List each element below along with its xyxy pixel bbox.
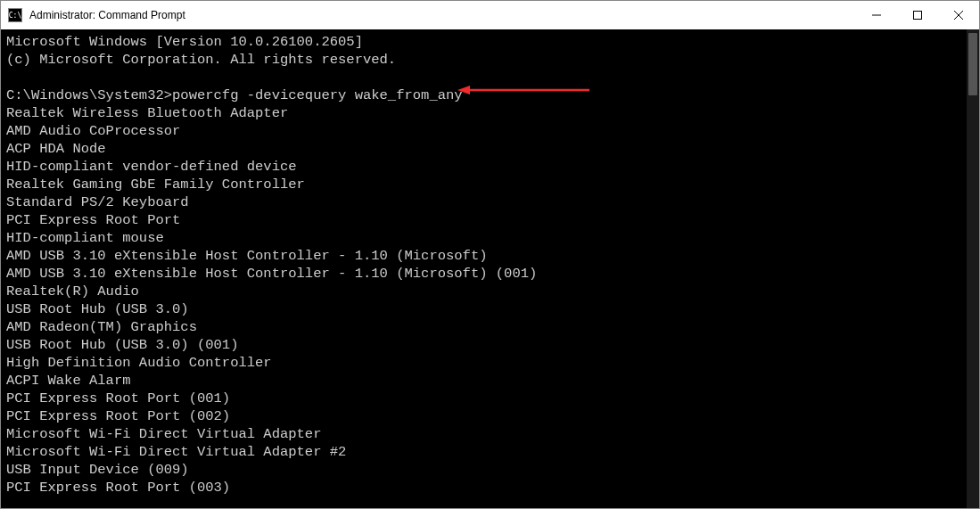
cmd-icon: C:\ <box>8 8 22 22</box>
scrollbar-thumb[interactable] <box>968 33 977 95</box>
svg-rect-1 <box>914 12 922 20</box>
command-prompt-window: C:\ Administrator: Command Prompt Micros… <box>0 0 980 509</box>
close-button[interactable] <box>938 1 979 29</box>
scrollbar[interactable] <box>967 29 979 508</box>
window-title: Administrator: Command Prompt <box>29 9 185 21</box>
terminal-output[interactable]: Microsoft Windows [Version 10.0.26100.26… <box>1 29 967 508</box>
maximize-button[interactable] <box>897 1 938 29</box>
terminal-area: Microsoft Windows [Version 10.0.26100.26… <box>1 29 979 508</box>
titlebar[interactable]: C:\ Administrator: Command Prompt <box>1 1 979 29</box>
minimize-button[interactable] <box>856 1 897 29</box>
